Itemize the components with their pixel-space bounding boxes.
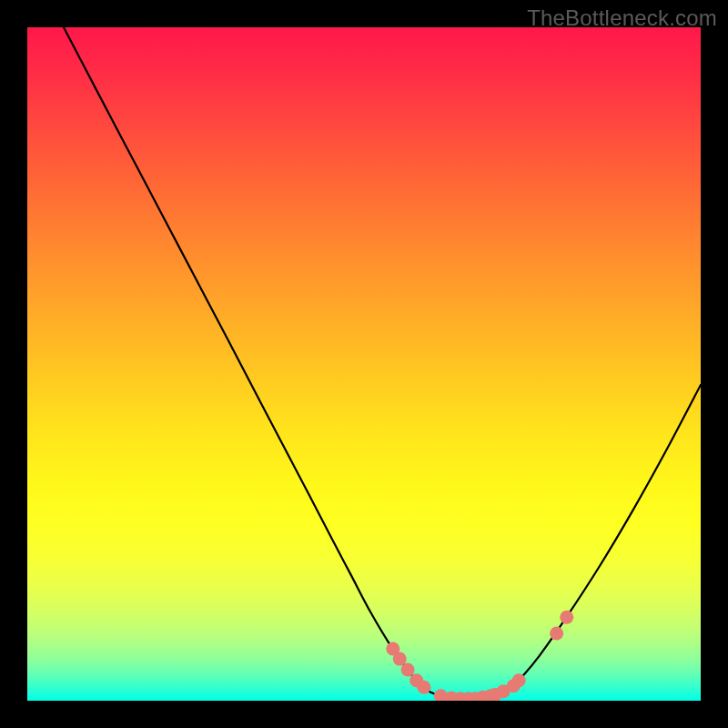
data-point [401,662,415,676]
bottleneck-curve [64,27,701,699]
data-point [550,627,563,641]
chart-container: TheBottleneck.com [0,0,728,728]
data-points-group [386,611,573,701]
curve-overlay [27,27,701,701]
watermark-text: TheBottleneck.com [527,5,717,31]
data-point [417,681,430,694]
data-point [393,652,407,666]
plot-area [27,27,701,701]
data-point [512,673,526,687]
data-point [560,611,573,624]
